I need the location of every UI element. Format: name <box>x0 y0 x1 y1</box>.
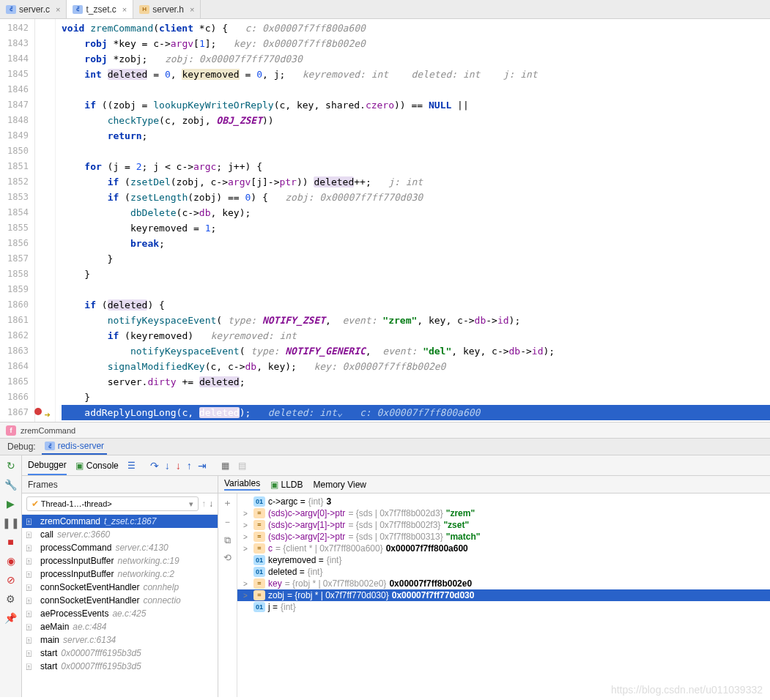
view-breakpoints-icon[interactable]: ◉ <box>5 555 17 567</box>
c-file-icon: c̄ <box>6 5 16 14</box>
settings-icon[interactable]: ⚙ <box>5 593 17 605</box>
breadcrumb-function[interactable]: zremCommand <box>21 426 75 435</box>
debug-header: Debug: c̄ redis-server <box>0 438 770 455</box>
variables-header: Variables ▣ LLDB Memory View <box>218 476 770 494</box>
close-icon[interactable]: × <box>190 5 194 14</box>
stack-frame[interactable]: ⍐call server.c:3660 <box>22 528 218 541</box>
editor-tabs: c̄ server.c × c̄ t_zset.c × H server.h × <box>0 0 770 19</box>
line-gutter: 1842184318441845184618471848184918501851… <box>0 19 35 422</box>
variable-row[interactable]: 01 j = {int} <box>237 601 770 613</box>
tab-t-zset-c[interactable]: c̄ t_zset.c × <box>67 0 133 18</box>
variables-sidebar: ＋ － ⧉ ⟲ <box>218 494 237 697</box>
variable-row[interactable]: >= c = {client * | 0x7f7ff800a600} 0x000… <box>237 543 770 554</box>
run-configuration[interactable]: c̄ redis-server <box>42 439 107 455</box>
marker-strip <box>35 19 56 422</box>
memory-view-tab[interactable]: Memory View <box>314 480 366 490</box>
thread-selector[interactable]: ✔ Thread-1…-thread> ▾ <box>26 496 199 511</box>
pause-icon[interactable]: ❚❚ <box>5 517 17 529</box>
variable-row[interactable]: >= key = {robj * | 0x7f7ff8b002e0} 0x000… <box>237 578 770 589</box>
debug-label: Debug: <box>7 442 36 452</box>
lldb-tab[interactable]: ▣ LLDB <box>270 480 303 490</box>
thread-selector-row: ✔ Thread-1…-thread> ▾ ↑ ↓ <box>22 494 218 515</box>
resume-icon[interactable]: ▶ <box>5 498 17 510</box>
force-step-into-icon[interactable]: ↓ <box>176 460 181 472</box>
close-icon[interactable]: × <box>122 5 127 14</box>
stack-frame[interactable]: ⍐aeProcessEvents ae.c:425 <box>22 607 218 620</box>
code-area[interactable]: void zremCommand(client *c) { c: 0x00007… <box>56 19 770 422</box>
step-over-icon[interactable]: ↷ <box>150 460 159 472</box>
more-icon[interactable]: ▤ <box>238 461 246 471</box>
remove-watch-icon[interactable]: － <box>223 515 232 529</box>
threads-icon[interactable]: ☰ <box>127 461 136 471</box>
tab-label: server.c <box>19 4 50 15</box>
variable-row[interactable]: >= (sds)c->argv[0]->ptr = {sds | 0x7f7ff… <box>237 507 770 519</box>
stack-frame[interactable]: ⍐processCommand server.c:4130 <box>22 541 218 554</box>
stack-frame[interactable]: ⍐connSocketEventHandler connectio <box>22 594 218 607</box>
stack-frame[interactable]: ⍐processInputBuffer networking.c:2 <box>22 567 218 581</box>
tab-server-h[interactable]: H server.h × <box>133 0 201 18</box>
code-editor[interactable]: 1842184318441845184618471848184918501851… <box>0 19 770 422</box>
console-tab[interactable]: ▣Console <box>75 455 119 475</box>
pin-icon[interactable]: 📌 <box>5 612 17 624</box>
prev-frame-icon[interactable]: ↑ <box>201 499 206 509</box>
step-out-icon[interactable]: ↑ <box>187 460 192 472</box>
debug-tab-bar: Debugger ▣Console ☰ ↷ ↓ ↓ ↑ ⇥ ▦ ▤ <box>22 455 770 476</box>
variable-row[interactable]: >= (sds)c->argv[2]->ptr = {sds | 0x7f7ff… <box>237 531 770 543</box>
stack-frame[interactable]: ⍐aeMain ae.c:484 <box>22 620 218 633</box>
frames-pane: Frames ✔ Thread-1…-thread> ▾ ↑ ↓ ⍐zremCo… <box>22 476 218 697</box>
stop-icon[interactable]: ■ <box>5 536 17 548</box>
stack-frame[interactable]: ⍐main server.c:6134 <box>22 633 218 647</box>
variable-row[interactable]: 01 keyremoved = {int} <box>237 554 770 566</box>
debugger-tab[interactable]: Debugger <box>28 455 67 475</box>
stack-frame[interactable]: ⍐zremCommand t_zset.c:1867 <box>22 515 218 528</box>
variables-tab[interactable]: Variables <box>224 478 260 491</box>
tab-label: server.h <box>152 4 184 15</box>
c-file-icon: c̄ <box>73 5 83 14</box>
rerun-icon[interactable]: ↻ <box>5 460 17 472</box>
duplicate-watch-icon[interactable]: ⧉ <box>224 535 231 546</box>
variables-list[interactable]: 01 c->argc = {int} 3>= (sds)c->argv[0]->… <box>237 494 770 697</box>
run-to-cursor-icon[interactable]: ⇥ <box>198 460 207 472</box>
run-config-name: redis-server <box>58 441 104 451</box>
stack-frame[interactable]: ⍐processInputBuffer networking.c:19 <box>22 554 218 567</box>
add-watch-icon[interactable]: ＋ <box>223 496 232 510</box>
mute-breakpoints-icon[interactable]: ⊘ <box>5 574 17 586</box>
debug-action-bar: ↻ 🔧 ▶ ❚❚ ■ ◉ ⊘ ⚙ 📌 <box>0 455 22 697</box>
variable-row[interactable]: 01 deleted = {int} <box>237 566 770 578</box>
function-icon: f <box>6 425 16 436</box>
step-into-icon[interactable]: ↓ <box>165 460 170 472</box>
variables-pane: Variables ▣ LLDB Memory View ＋ － ⧉ ⟲ 01 … <box>218 476 770 697</box>
breadcrumb-bar: f zremCommand <box>0 422 770 438</box>
frames-header: Frames <box>22 476 218 494</box>
tab-label: t_zset.c <box>86 4 116 15</box>
c-file-icon: c̄ <box>45 442 55 450</box>
debug-panel: ↻ 🔧 ▶ ❚❚ ■ ◉ ⊘ ⚙ 📌 Debugger ▣Console ☰ ↷… <box>0 455 770 697</box>
stack-frame[interactable]: ⍐start 0x00007fff6195b3d5 <box>22 647 218 660</box>
close-icon[interactable]: × <box>56 5 60 14</box>
step-controls: ↷ ↓ ↓ ↑ ⇥ <box>150 460 207 472</box>
stack-frame[interactable]: ⍐connSocketEventHandler connhelp <box>22 581 218 594</box>
variable-row[interactable]: >= zobj = {robj * | 0x7f7ff770d030} 0x00… <box>237 589 770 601</box>
variable-row[interactable]: 01 c->argc = {int} 3 <box>237 496 770 507</box>
wrench-icon[interactable]: 🔧 <box>5 479 17 491</box>
link-icon[interactable]: ⟲ <box>223 552 232 563</box>
stack-frame[interactable]: ⍐start 0x00007fff6195b3d5 <box>22 660 218 673</box>
variable-row[interactable]: >= (sds)c->argv[1]->ptr = {sds | 0x7f7ff… <box>237 519 770 531</box>
h-file-icon: H <box>139 5 149 14</box>
next-frame-icon[interactable]: ↓ <box>209 499 213 509</box>
evaluate-icon[interactable]: ▦ <box>221 461 229 471</box>
tab-server-c[interactable]: c̄ server.c × <box>0 0 67 18</box>
frames-list[interactable]: ⍐zremCommand t_zset.c:1867⍐call server.c… <box>22 515 218 697</box>
